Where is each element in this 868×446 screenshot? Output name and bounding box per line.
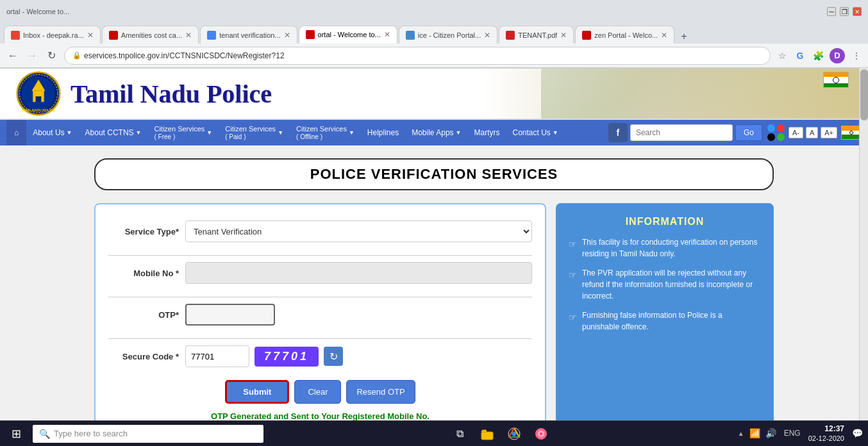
taskbar-task-view[interactable]: ⧉ <box>450 424 471 444</box>
tab-2-close[interactable]: ✕ <box>185 31 192 40</box>
tab-7[interactable]: zen Portal - Welco... ✕ <box>575 26 674 44</box>
new-tab-button[interactable]: + <box>676 29 692 44</box>
secure-row-inputs: 77701 ↻ <box>185 345 343 367</box>
tab-3-favicon <box>207 31 216 40</box>
tab-7-favicon <box>582 31 591 40</box>
mobile-input[interactable] <box>185 262 532 284</box>
menu-icon[interactable]: ⋮ <box>850 49 863 62</box>
service-type-row: Service Type* Tenant Verification Servan… <box>108 220 532 242</box>
nav-about-us[interactable]: About Us ▼ <box>26 120 78 145</box>
scrollbar-track[interactable] <box>859 68 868 420</box>
otp-label: OTP* <box>108 310 179 320</box>
about-cctns-arrow: ▼ <box>136 129 142 136</box>
dot-blue[interactable] <box>767 124 775 132</box>
close-button[interactable]: ✕ <box>853 7 862 16</box>
taskbar-right: ▲ 📶 🔊 ENG 12:37 02-12-2020 💬 <box>738 424 863 443</box>
dot-green[interactable] <box>777 133 785 141</box>
tab-3[interactable]: tenant verification... ✕ <box>200 26 297 44</box>
extensions-icon[interactable]: 🧩 <box>812 49 824 62</box>
otp-input[interactable] <box>185 304 275 326</box>
info-title: INFORMATION <box>569 216 761 227</box>
nav-about-cctns[interactable]: About CCTNS ▼ <box>79 120 148 145</box>
divider-1 <box>108 255 532 256</box>
submit-button[interactable]: Submit <box>225 380 289 404</box>
info-item-3: ☞ Furnishing false information to Police… <box>569 310 761 333</box>
file-explorer-icon <box>480 427 494 441</box>
info-item-2: ☞ The PVR application will be rejected w… <box>569 267 761 302</box>
nav-helplines[interactable]: Helplines <box>361 120 405 145</box>
divider-2 <box>108 297 532 297</box>
service-type-select[interactable]: Tenant Verification Servant Verification… <box>185 220 532 242</box>
tab-6[interactable]: TENANT.pdf ✕ <box>499 26 574 44</box>
chrome-icon[interactable]: G <box>794 49 806 62</box>
taskbar: ⊞ 🔍 Type here to search ⧉ <box>0 420 868 446</box>
nav-citizen-offline[interactable]: Citizen Services( Offline ) ▼ <box>290 120 361 145</box>
tab-6-close[interactable]: ✕ <box>560 31 567 40</box>
tab-1[interactable]: Inbox - deepak.ra... ✕ <box>4 26 101 44</box>
reload-button[interactable]: ↻ <box>44 48 59 63</box>
nav-martyrs[interactable]: Martyrs <box>467 120 506 145</box>
taskbar-clock[interactable]: 12:37 02-12-2020 <box>808 424 844 443</box>
forward-button[interactable]: → <box>24 48 40 63</box>
nav-citizen-paid[interactable]: Citizen Services( Paid ) ▼ <box>219 120 290 145</box>
star-icon[interactable]: ☆ <box>776 49 789 62</box>
clear-button[interactable]: Clear <box>294 380 341 404</box>
maximize-button[interactable]: ❐ <box>840 7 849 16</box>
notification-icon[interactable]: 💬 <box>852 428 863 438</box>
page-wrapper: TAMILNADU POLICE Tamil Nadu Police ⌂ Abo… <box>0 69 868 446</box>
start-button[interactable]: ⊞ <box>5 424 28 443</box>
taskbar-search-bar[interactable]: 🔍 Type here to search <box>33 425 263 443</box>
secure-code-input[interactable] <box>185 345 249 367</box>
tab-7-close[interactable]: ✕ <box>661 31 667 40</box>
back-button[interactable]: ← <box>5 48 21 63</box>
dot-black[interactable] <box>767 133 775 141</box>
nav-citizen-free[interactable]: Citizen Services( Free ) ▼ <box>147 120 219 145</box>
tab-5-close[interactable]: ✕ <box>484 31 490 40</box>
tab-4[interactable]: ortal - Welcome to... ✕ <box>299 26 397 44</box>
dot-red[interactable] <box>777 124 785 132</box>
font-increase-button[interactable]: A+ <box>821 127 837 138</box>
nav-home[interactable]: ⌂ <box>6 120 26 145</box>
mobile-apps-arrow: ▼ <box>456 129 462 136</box>
refresh-captcha-button[interactable]: ↻ <box>324 347 343 366</box>
tab-3-close[interactable]: ✕ <box>284 31 290 40</box>
button-row: Submit Clear Resend OTP <box>108 380 532 404</box>
taskbar-search-icon: 🔍 <box>39 429 50 439</box>
info-item-1: ☞ This facility is for conducting verifi… <box>569 236 761 260</box>
svg-rect-4 <box>36 96 42 102</box>
tab-6-favicon <box>506 31 515 40</box>
system-tray-expand[interactable]: ▲ <box>738 430 744 437</box>
font-decrease-button[interactable]: A- <box>789 127 803 138</box>
font-controls: A- A A+ <box>789 127 837 138</box>
svg-point-12 <box>540 433 542 435</box>
facebook-icon[interactable]: f <box>608 123 628 142</box>
scrollbar-thumb[interactable] <box>860 69 868 120</box>
url-bar[interactable]: 🔒 eservices.tnpolice.gov.in/CCTNSNICSDC/… <box>64 47 771 65</box>
tab-6-label: TENANT.pdf <box>518 31 557 39</box>
font-normal-button[interactable]: A <box>806 127 818 138</box>
tab-1-close[interactable]: ✕ <box>87 31 94 40</box>
mobile-row: Mobile No * <box>108 262 532 284</box>
resend-otp-button[interactable]: Resend OTP <box>346 380 415 404</box>
color-theme-dots <box>767 124 785 141</box>
service-type-label: Service Type* <box>108 227 179 236</box>
tab-2[interactable]: Amenities cost ca... ✕ <box>102 26 199 44</box>
taskbar-system-tray: ▲ 📶 🔊 <box>738 428 776 438</box>
citizen-offline-arrow: ▼ <box>349 129 355 136</box>
nav-mobile-apps[interactable]: Mobile Apps ▼ <box>405 120 467 145</box>
minimize-button[interactable]: ─ <box>827 7 836 16</box>
search-input[interactable] <box>630 124 733 141</box>
tab-1-favicon <box>11 31 20 40</box>
header-background <box>483 69 868 120</box>
profile-icon[interactable]: D <box>830 48 845 63</box>
tab-4-close[interactable]: ✕ <box>384 30 390 39</box>
taskbar-file-explorer[interactable] <box>477 424 497 444</box>
tab-5[interactable]: ice - Citizen Portal... ✕ <box>399 26 497 44</box>
window-controls[interactable]: ─ ❐ ✕ <box>827 7 862 16</box>
form-container: Service Type* Tenant Verification Servan… <box>94 203 774 438</box>
taskbar-chrome[interactable] <box>504 424 524 444</box>
search-button[interactable]: Go <box>735 124 762 141</box>
form-box: Service Type* Tenant Verification Servan… <box>94 203 546 438</box>
nav-contact-us[interactable]: Contact Us ▼ <box>506 120 564 145</box>
taskbar-paint[interactable] <box>531 424 551 444</box>
